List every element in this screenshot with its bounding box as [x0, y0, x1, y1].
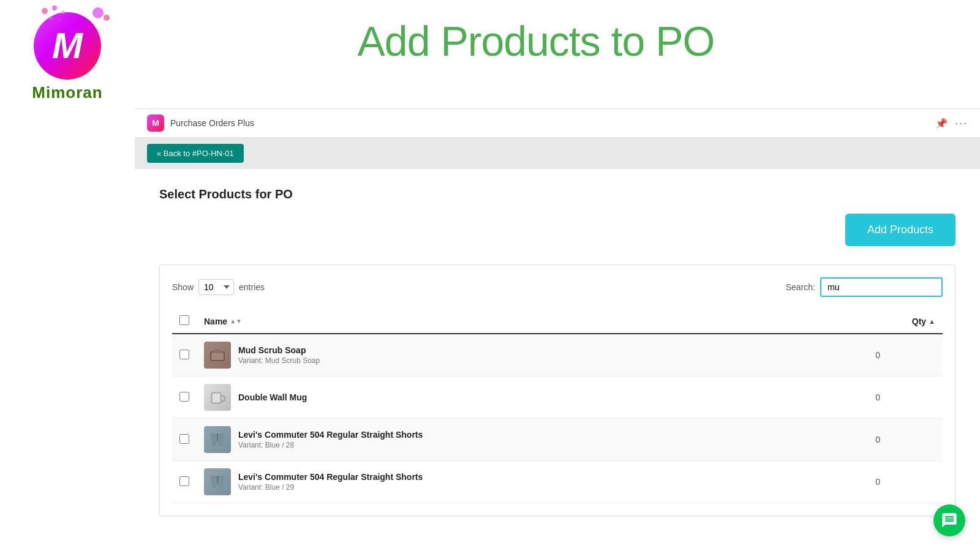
logo-decoration [39, 5, 69, 23]
select-all-checkbox[interactable] [179, 315, 189, 325]
search-label: Search: [786, 282, 815, 292]
table-row: Levi's Commuter 504 Regular Straight Sho… [172, 461, 943, 503]
product-details: Mud Scrub Soap Variant: Mud Scrub Soap [238, 345, 320, 365]
svg-point-3 [50, 17, 53, 20]
product-details: Levi's Commuter 504 Regular Straight Sho… [238, 430, 423, 449]
product-thumbnail [204, 384, 231, 411]
app-bar: M Purchase Orders Plus 📌 ··· [135, 108, 980, 138]
row-checkbox-cell [172, 419, 197, 461]
row-name-cell: Levi's Commuter 504 Regular Straight Sho… [197, 419, 813, 461]
row-name-cell: Levi's Commuter 504 Regular Straight Sho… [197, 461, 813, 503]
svg-point-0 [42, 8, 48, 14]
add-products-container: Add Products [159, 214, 956, 246]
products-table: Name ▲▼ Qty ▲ [172, 309, 943, 503]
table-row: Double Wall Mug 0 [172, 377, 943, 419]
product-name: Double Wall Mug [238, 392, 307, 402]
table-header: Name ▲▼ Qty ▲ [172, 309, 943, 334]
sub-bar: « Back to #PO-HN-01 [135, 138, 980, 169]
product-thumbnail [204, 426, 231, 453]
mud-soap-icon [208, 345, 227, 365]
product-details: Levi's Commuter 504 Regular Straight Sho… [238, 472, 423, 492]
logo-letter: M [52, 28, 83, 64]
product-variant: Variant: Blue / 28 [238, 441, 423, 449]
svg-rect-9 [213, 394, 220, 402]
page-title: Add Products to PO [116, 12, 956, 64]
name-col-label: Name [204, 317, 227, 326]
row-qty-cell: 0 [813, 334, 943, 377]
app-icon: M [147, 114, 164, 132]
chat-icon [941, 512, 958, 529]
product-info: Levi's Commuter 504 Regular Straight Sho… [204, 468, 805, 495]
app-bar-title: Purchase Orders Plus [170, 118, 935, 128]
table-controls: Show 10 25 50 100 entries Search: [172, 277, 943, 297]
search-area: Search: [786, 277, 943, 297]
table-card: Show 10 25 50 100 entries Search: [159, 264, 956, 516]
section-title: Select Products for PO [159, 187, 956, 201]
product-variant: Variant: Mud Scrub Soap [238, 356, 320, 365]
chat-button[interactable] [933, 504, 965, 534]
logo-area: M Mimoran [18, 12, 116, 102]
row-checkbox[interactable] [179, 350, 189, 359]
row-qty-cell: 0 [813, 419, 943, 461]
search-input[interactable] [820, 277, 943, 297]
svg-rect-6 [211, 353, 224, 360]
row-checkbox-cell [172, 461, 197, 503]
show-label: Show [172, 282, 194, 292]
row-qty-cell: 0 [813, 377, 943, 419]
qty-col-label: Qty [912, 317, 926, 326]
product-info: Levi's Commuter 504 Regular Straight Sho… [204, 426, 805, 453]
logo-circle: M [34, 12, 101, 80]
row-checkbox[interactable] [179, 434, 189, 444]
back-button[interactable]: « Back to #PO-HN-01 [147, 144, 244, 163]
table-row: Levi's Commuter 504 Regular Straight Sho… [172, 419, 943, 461]
row-checkbox-cell [172, 334, 197, 377]
name-sort-label: Name ▲▼ [204, 317, 242, 326]
row-checkbox[interactable] [179, 476, 189, 486]
row-checkbox-cell [172, 377, 197, 419]
th-name[interactable]: Name ▲▼ [197, 309, 813, 334]
svg-point-7 [213, 350, 222, 353]
th-checkbox [172, 309, 197, 334]
product-info: Double Wall Mug [204, 384, 805, 411]
row-name-cell: Mud Scrub Soap Variant: Mud Scrub Soap [197, 334, 813, 377]
entries-select[interactable]: 10 25 50 100 [198, 279, 234, 295]
qty-sort-icon: ▲ [929, 318, 935, 325]
more-options-icon[interactable]: ··· [955, 117, 968, 130]
main-content: Select Products for PO Add Products Show… [135, 169, 980, 534]
shorts-icon [208, 472, 227, 492]
product-name: Mud Scrub Soap [238, 345, 320, 355]
product-thumbnail [204, 342, 231, 369]
add-products-button[interactable]: Add Products [845, 214, 956, 246]
row-name-cell: Double Wall Mug [197, 377, 813, 419]
svg-point-2 [61, 10, 65, 14]
name-sort-icon: ▲▼ [230, 318, 242, 324]
pin-icon[interactable]: 📌 [935, 118, 948, 129]
qty-sort-label: Qty ▲ [912, 317, 935, 326]
svg-point-1 [52, 6, 57, 10]
th-qty[interactable]: Qty ▲ [813, 309, 943, 334]
table-body: Mud Scrub Soap Variant: Mud Scrub Soap 0 [172, 334, 943, 503]
product-variant: Variant: Blue / 29 [238, 483, 423, 492]
product-name: Levi's Commuter 504 Regular Straight Sho… [238, 430, 423, 440]
row-checkbox[interactable] [179, 392, 189, 402]
table-row: Mud Scrub Soap Variant: Mud Scrub Soap 0 [172, 334, 943, 377]
mug-icon [208, 388, 227, 407]
app-bar-actions: 📌 ··· [935, 117, 968, 130]
brand-name: Mimoran [32, 83, 102, 102]
svg-point-4 [59, 18, 61, 21]
header: M Mimoran Add Products to PO [0, 0, 980, 108]
product-name: Levi's Commuter 504 Regular Straight Sho… [238, 472, 423, 482]
show-entries-control: Show 10 25 50 100 entries [172, 279, 265, 295]
entries-label: entries [239, 282, 265, 292]
row-qty-cell: 0 [813, 461, 943, 503]
shorts-icon [208, 430, 227, 449]
product-thumbnail [204, 468, 231, 495]
product-info: Mud Scrub Soap Variant: Mud Scrub Soap [204, 342, 805, 369]
product-details: Double Wall Mug [238, 392, 307, 402]
